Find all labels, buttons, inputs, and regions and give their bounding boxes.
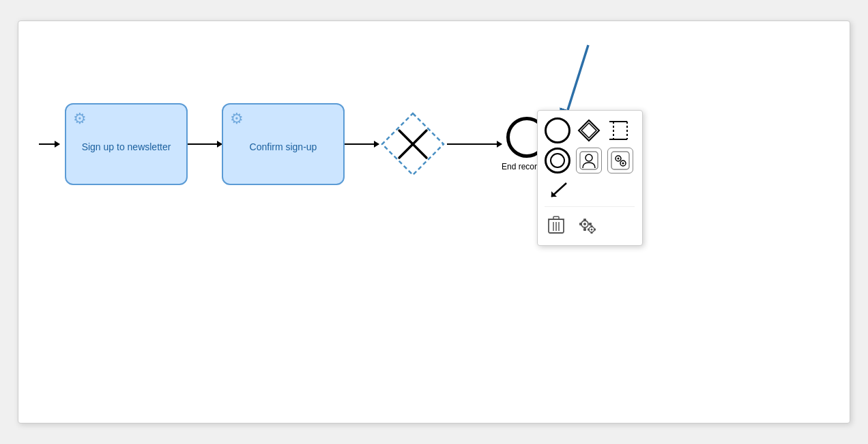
gear-icon-task1: ⚙ (73, 110, 87, 128)
svg-point-35 (591, 229, 593, 231)
task-sign-up[interactable]: ⚙ Sign up to newsletter (65, 103, 188, 185)
gear-icon-task2: ⚙ (230, 110, 244, 128)
bpmn-canvas: ⚙ Sign up to newsletter ⚙ Confirm sign-u… (18, 20, 850, 424)
svg-rect-24 (553, 217, 559, 219)
svg-rect-30 (583, 219, 586, 221)
task-confirm-signup[interactable]: ⚙ Confirm sign-up (222, 103, 345, 185)
conn-line-1 (188, 143, 222, 145)
conn-long-line (447, 143, 502, 145)
connector-1 (188, 143, 222, 145)
ctx-arrow-icon (547, 179, 569, 201)
connector-2 (345, 143, 379, 145)
flow-container: ⚙ Sign up to newsletter ⚙ Confirm sign-u… (39, 103, 553, 185)
ctx-service-task[interactable] (607, 148, 633, 174)
task1-label: Sign up to newsletter (82, 141, 171, 154)
svg-rect-33 (589, 223, 592, 225)
svg-line-1 (568, 45, 588, 110)
ctx-settings-button[interactable] (573, 211, 601, 238)
ctx-user-task[interactable] (576, 148, 602, 174)
svg-rect-36 (591, 225, 593, 227)
svg-point-29 (583, 223, 586, 225)
svg-point-18 (618, 158, 620, 160)
svg-rect-38 (588, 229, 590, 231)
svg-rect-37 (591, 232, 593, 234)
exclusive-gateway[interactable] (379, 110, 447, 178)
ctx-boundary-event[interactable] (545, 148, 570, 174)
svg-rect-31 (583, 228, 586, 231)
svg-rect-39 (594, 229, 596, 231)
conn-line-2 (345, 143, 379, 145)
start-arrow (39, 143, 59, 145)
context-menu (537, 110, 643, 246)
ctx-delete-button[interactable] (545, 213, 568, 236)
gateway-diamond-svg (379, 110, 447, 178)
ctx-subprocess[interactable] (607, 117, 633, 143)
ctx-none-end-event[interactable] (545, 117, 570, 143)
task2-label: Confirm sign-up (250, 141, 317, 154)
svg-point-19 (622, 163, 624, 165)
start-arrow-line (39, 143, 59, 145)
svg-rect-32 (579, 223, 582, 225)
ctx-exclusive-gateway[interactable] (576, 117, 602, 143)
connector-3 (447, 143, 502, 145)
